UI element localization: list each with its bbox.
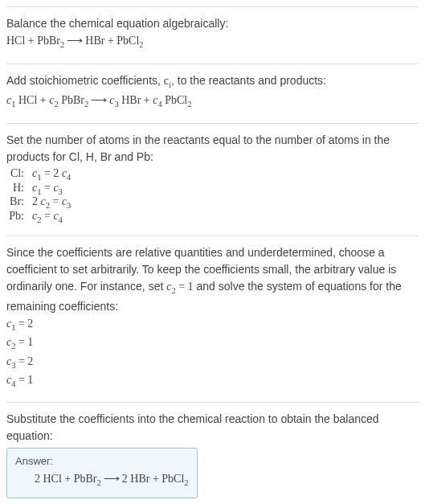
element-equation: c1 = 2 c4 <box>32 167 76 182</box>
coeff-line: c2 = 1 <box>6 334 419 353</box>
atom-balance-table: Cl: c1 = 2 c4 H: c1 = c3 Br: 2 c2 = c3 P… <box>6 167 76 224</box>
table-row: Br: 2 c2 = c3 <box>6 195 76 210</box>
element-label: H: <box>6 182 32 196</box>
balanced-equation: 2 HCl + PbBr2⟶2 HBr + PbCl2 <box>15 470 189 490</box>
section-add-coeffs: Add stoichiometric coefficients, ci, to … <box>6 64 419 123</box>
element-label: Cl: <box>6 167 32 182</box>
solve-prompt: Since the coefficients are relative quan… <box>6 244 419 315</box>
unbalanced-equation: HCl + PbBr2⟶HBr + PbCl2 <box>6 32 419 52</box>
section-atom-balance: Set the number of atoms in the reactants… <box>6 123 419 236</box>
section-answer: Substitute the coefficients into the che… <box>6 402 419 504</box>
element-label: Pb: <box>6 210 32 224</box>
coeff-line: c3 = 2 <box>6 353 419 372</box>
table-row: Pb: c2 = c4 <box>6 210 76 224</box>
answer-label: Answer: <box>15 455 189 467</box>
coefficient-solutions: c1 = 2 c2 = 1 c3 = 2 c4 = 1 <box>6 315 419 391</box>
table-row: Cl: c1 = 2 c4 <box>6 167 76 182</box>
answer-box: Answer: 2 HCl + PbBr2⟶2 HBr + PbCl2 <box>6 448 198 499</box>
element-label: Br: <box>6 195 32 210</box>
problem-prompt: Balance the chemical equation algebraica… <box>6 15 419 32</box>
element-equation: c2 = c4 <box>32 210 76 224</box>
table-row: H: c1 = c3 <box>6 182 76 196</box>
section-solve: Since the coefficients are relative quan… <box>6 236 419 402</box>
element-equation: c1 = c3 <box>32 182 76 196</box>
element-equation: 2 c2 = c3 <box>32 195 76 210</box>
answer-prompt: Substitute the coefficients into the che… <box>6 411 419 445</box>
atom-balance-prompt: Set the number of atoms in the reactants… <box>6 132 419 166</box>
add-coeffs-prompt: Add stoichiometric coefficients, ci, to … <box>6 72 419 92</box>
section-problem: Balance the chemical equation algebraica… <box>6 6 419 64</box>
coeff-line: c1 = 2 <box>6 315 419 334</box>
coeff-line: c4 = 1 <box>6 371 419 391</box>
coeff-equation: c1 HCl + c2 PbBr2⟶c3 HBr + c4 PbCl2 <box>6 92 419 112</box>
